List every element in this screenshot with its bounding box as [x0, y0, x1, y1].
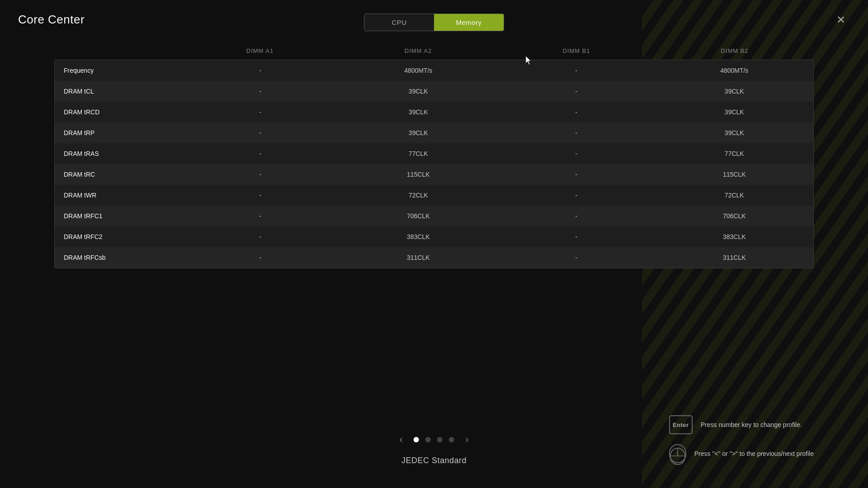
cell-value: - — [181, 228, 340, 246]
cell-value: - — [181, 61, 340, 80]
table-row: DRAM tRFC2-383CLK-383CLK — [55, 226, 813, 247]
help-section: Enter Press number key to change profile… — [669, 415, 814, 463]
cell-value: 72CLK — [656, 186, 814, 204]
cell-param: DRAM tRAS — [55, 145, 181, 163]
app-title: Core Center — [18, 13, 85, 27]
cell-param: DRAM tCL — [55, 82, 181, 100]
prev-page-button[interactable]: ‹ — [396, 432, 406, 447]
cell-value: 706CLK — [656, 207, 814, 225]
cell-value: - — [497, 61, 656, 80]
cell-param: DRAM tRFCsb — [55, 249, 181, 267]
cell-value: 39CLK — [340, 103, 498, 121]
mouse-icon — [669, 444, 686, 463]
cell-value: - — [497, 186, 656, 204]
cell-value: 77CLK — [656, 145, 814, 163]
cell-value: 39CLK — [656, 103, 814, 121]
cell-value: 4800MT/s — [340, 61, 498, 80]
cell-param: DRAM tRCD — [55, 103, 181, 121]
table-row: Frequency-4800MT/s-4800MT/s — [55, 60, 813, 81]
app-window: Core Center ✕ CPU Memory DIMM A1 DIMM A2… — [0, 0, 868, 488]
page-dot-2[interactable] — [425, 437, 431, 442]
cell-param: DRAM tRC — [55, 165, 181, 183]
help-item-nav-key: Press "<" or ">" to the previous/next pr… — [669, 444, 814, 463]
col-header-param — [54, 47, 181, 54]
main-content: DIMM A1 DIMM A2 DIMM B1 DIMM B2 Frequenc… — [54, 47, 814, 452]
cell-value: - — [181, 165, 340, 183]
col-header-dimm-b1: DIMM B1 — [497, 47, 656, 54]
cell-value: - — [181, 186, 340, 204]
cell-value: 4800MT/s — [656, 61, 814, 80]
table-row: DRAM tRCD-39CLK-39CLK — [55, 102, 813, 122]
table-row: DRAM tRFC1-706CLK-706CLK — [55, 206, 813, 226]
cell-value: - — [497, 124, 656, 142]
cell-value: - — [497, 145, 656, 163]
cell-value: - — [497, 165, 656, 183]
close-button[interactable]: ✕ — [832, 11, 850, 29]
cell-value: 77CLK — [340, 145, 498, 163]
table-row: DRAM tCL-39CLK-39CLK — [55, 81, 813, 102]
cell-value: 39CLK — [340, 124, 498, 142]
cell-param: DRAM tRFC2 — [55, 228, 181, 246]
cell-param: DRAM tRP — [55, 124, 181, 142]
cell-value: 39CLK — [340, 82, 498, 100]
col-header-dimm-a1: DIMM A1 — [181, 47, 339, 54]
page-dot-3[interactable] — [437, 437, 443, 442]
page-dot-1[interactable] — [414, 437, 419, 442]
column-headers: DIMM A1 DIMM A2 DIMM B1 DIMM B2 — [54, 47, 814, 60]
page-dot-4[interactable] — [449, 437, 454, 442]
help-text-number-key: Press number key to change profile. — [701, 421, 802, 428]
cell-value: - — [497, 82, 656, 100]
profile-label: JEDEC Standard — [401, 456, 467, 465]
cell-value: - — [181, 103, 340, 121]
next-page-button[interactable]: › — [462, 432, 472, 447]
cell-value: - — [181, 207, 340, 225]
tab-cpu[interactable]: CPU — [364, 14, 434, 31]
table-row: DRAM tRP-39CLK-39CLK — [55, 122, 813, 143]
pagination: ‹ › — [396, 432, 472, 447]
cell-value: 39CLK — [656, 124, 814, 142]
tab-memory[interactable]: Memory — [434, 14, 504, 31]
cell-value: 383CLK — [656, 228, 814, 246]
tab-bar: CPU Memory — [364, 14, 504, 31]
table-row: DRAM tWR-72CLK-72CLK — [55, 185, 813, 206]
cell-value: 311CLK — [340, 249, 498, 267]
enter-key-icon: Enter — [669, 415, 693, 434]
cell-value: 72CLK — [340, 186, 498, 204]
cell-value: 115CLK — [340, 165, 498, 183]
cell-value: 706CLK — [340, 207, 498, 225]
cell-value: - — [497, 103, 656, 121]
data-table: Frequency-4800MT/s-4800MT/sDRAM tCL-39CL… — [54, 60, 814, 268]
cell-value: - — [497, 228, 656, 246]
table-row: DRAM tRAS-77CLK-77CLK — [55, 143, 813, 164]
help-text-nav-key: Press "<" or ">" to the previous/next pr… — [694, 450, 814, 457]
cell-param: DRAM tRFC1 — [55, 207, 181, 225]
help-item-number-key: Enter Press number key to change profile… — [669, 415, 814, 434]
cell-value: - — [497, 249, 656, 267]
cell-param: Frequency — [55, 61, 181, 80]
cell-value: - — [181, 145, 340, 163]
table-row: DRAM tRFCsb-311CLK-311CLK — [55, 247, 813, 268]
cell-value: 383CLK — [340, 228, 498, 246]
cell-value: 39CLK — [656, 82, 814, 100]
col-header-dimm-b2: DIMM B2 — [656, 47, 814, 54]
cell-value: - — [497, 207, 656, 225]
cell-param: DRAM tWR — [55, 186, 181, 204]
page-dots — [414, 437, 454, 442]
cell-value: 115CLK — [656, 165, 814, 183]
table-row: DRAM tRC-115CLK-115CLK — [55, 164, 813, 185]
col-header-dimm-a2: DIMM A2 — [339, 47, 497, 54]
cell-value: - — [181, 249, 340, 267]
cell-value: - — [181, 82, 340, 100]
cell-value: 311CLK — [656, 249, 814, 267]
cell-value: - — [181, 124, 340, 142]
